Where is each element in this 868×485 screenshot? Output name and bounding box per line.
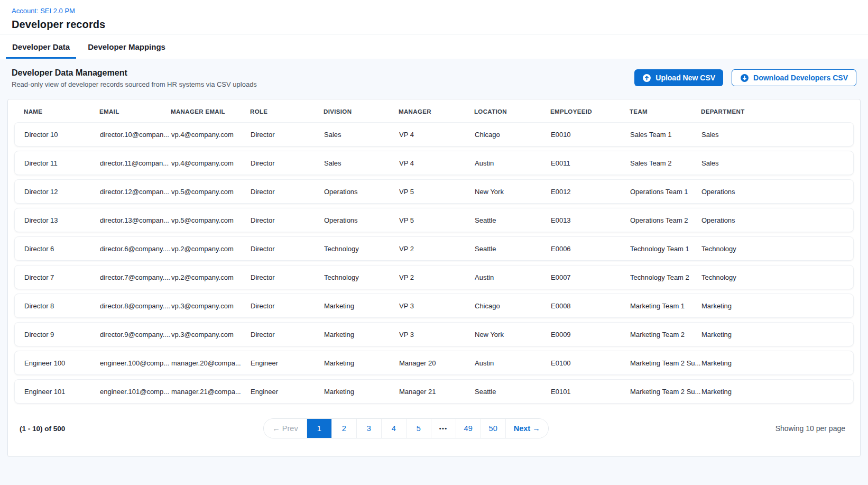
cell-email: director.11@compan... bbox=[100, 159, 171, 167]
cell-manager: VP 3 bbox=[399, 331, 475, 338]
cell-team: Technology Team 1 bbox=[630, 245, 701, 253]
tab-developer-mappings[interactable]: Developer Mappings bbox=[81, 34, 172, 59]
cell-division: Technology bbox=[324, 273, 399, 281]
section-subtitle: Read-only view of developer records sour… bbox=[12, 80, 257, 88]
pagination-page-49[interactable]: 49 bbox=[456, 419, 481, 438]
cell-location: Austin bbox=[475, 273, 551, 281]
cell-division: Sales bbox=[324, 159, 399, 167]
cell-department: Operations bbox=[701, 216, 853, 224]
table-row[interactable]: Director 11director.11@compan...vp.4@com… bbox=[14, 151, 854, 175]
cell-division: Marketing bbox=[324, 359, 399, 367]
table-footer: (1 - 10) of 500 ← Prev12345•••4950Next →… bbox=[14, 404, 854, 456]
pagination-page-50[interactable]: 50 bbox=[481, 419, 506, 438]
cell-role: Engineer bbox=[251, 359, 324, 367]
cell-name: Director 9 bbox=[24, 331, 100, 338]
tab-bar: Developer Data Developer Mappings bbox=[0, 34, 868, 59]
cell-department: Operations bbox=[701, 188, 853, 196]
pagination: ← Prev12345•••4950Next → bbox=[263, 418, 548, 438]
section-header: Developer Data Management Read-only view… bbox=[7, 66, 861, 99]
pagination-ellipsis[interactable]: ••• bbox=[431, 419, 456, 438]
column-header-manager: MANAGER bbox=[399, 108, 474, 115]
cell-role: Director bbox=[251, 131, 324, 139]
cell-department: Technology bbox=[701, 273, 853, 281]
table-row[interactable]: Director 13director.13@compan...vp.5@com… bbox=[14, 208, 854, 232]
cell-manager-email: vp.4@company.com bbox=[171, 159, 251, 167]
cell-role: Director bbox=[251, 273, 324, 281]
cell-team: Operations Team 2 bbox=[630, 216, 701, 224]
cell-email: director.13@compan... bbox=[100, 216, 171, 224]
pagination-page-4[interactable]: 4 bbox=[382, 419, 407, 438]
cell-employeeid: E0011 bbox=[551, 159, 630, 167]
cell-location: Seattle bbox=[475, 388, 551, 396]
section-titles: Developer Data Management Read-only view… bbox=[12, 68, 257, 88]
cell-location: Seattle bbox=[475, 216, 551, 224]
cell-department: Sales bbox=[701, 131, 853, 139]
download-circle-icon bbox=[740, 74, 749, 83]
cell-name: Director 11 bbox=[24, 159, 100, 167]
cell-employeeid: E0012 bbox=[551, 188, 630, 196]
cell-team: Marketing Team 1 bbox=[630, 302, 701, 310]
pagination-page-5[interactable]: 5 bbox=[407, 419, 431, 438]
download-developers-csv-button[interactable]: Download Developers CSV bbox=[732, 69, 856, 86]
table-row[interactable]: Director 9director.9@company....vp.3@com… bbox=[14, 322, 854, 346]
pagination-page-1[interactable]: 1 bbox=[307, 419, 332, 438]
table-header-row: NAMEEMAILMANAGER EMAILROLEDIVISIONMANAGE… bbox=[14, 99, 854, 122]
table-row[interactable]: Engineer 100engineer.100@comp...manager.… bbox=[14, 351, 854, 375]
column-header-role: ROLE bbox=[250, 108, 324, 115]
column-header-manager-email: MANAGER EMAIL bbox=[171, 108, 250, 115]
cell-role: Director bbox=[251, 331, 324, 338]
table-row[interactable]: Director 10director.10@compan...vp.4@com… bbox=[14, 122, 854, 147]
upload-new-csv-button[interactable]: Upload New CSV bbox=[634, 69, 723, 86]
table-row[interactable]: Director 8director.8@company....vp.3@com… bbox=[14, 294, 854, 318]
tab-developer-data[interactable]: Developer Data bbox=[6, 34, 76, 59]
cell-manager-email: manager.21@compa... bbox=[171, 388, 251, 396]
cell-division: Marketing bbox=[324, 302, 399, 310]
cell-manager-email: vp.5@company.com bbox=[171, 216, 251, 224]
cell-employeeid: E0008 bbox=[551, 302, 630, 310]
pagination-page-2[interactable]: 2 bbox=[332, 419, 357, 438]
cell-division: Sales bbox=[324, 131, 399, 139]
table-row[interactable]: Engineer 101engineer.101@comp...manager.… bbox=[14, 379, 854, 404]
cell-manager: VP 2 bbox=[399, 245, 475, 253]
cell-location: Chicago bbox=[475, 131, 551, 139]
cell-email: director.12@compan... bbox=[100, 188, 171, 196]
developer-table-card: NAMEEMAILMANAGER EMAILROLEDIVISIONMANAGE… bbox=[7, 99, 861, 457]
table-row[interactable]: Director 7director.7@company....vp.2@com… bbox=[14, 265, 854, 289]
cell-manager-email: vp.5@company.com bbox=[171, 188, 251, 196]
cell-location: Austin bbox=[475, 159, 551, 167]
cell-email: director.6@company.... bbox=[100, 245, 171, 253]
upload-button-label: Upload New CSV bbox=[655, 74, 715, 81]
table-body: Director 10director.10@compan...vp.4@com… bbox=[14, 122, 854, 404]
cell-department: Technology bbox=[701, 245, 853, 253]
cell-team: Technology Team 2 bbox=[630, 273, 701, 281]
cell-email: director.8@company.... bbox=[100, 302, 171, 310]
cell-employeeid: E0101 bbox=[551, 388, 630, 396]
cell-email: engineer.101@comp... bbox=[100, 388, 171, 396]
table-row[interactable]: Director 12director.12@compan...vp.5@com… bbox=[14, 179, 854, 204]
cell-location: Austin bbox=[475, 359, 551, 367]
column-header-department: DEPARTMENT bbox=[701, 108, 851, 115]
column-header-name: NAME bbox=[24, 108, 99, 115]
pagination-next-button[interactable]: Next → bbox=[506, 419, 548, 438]
pagination-prev-button[interactable]: ← Prev bbox=[264, 419, 307, 438]
cell-manager: VP 4 bbox=[399, 131, 475, 139]
cell-department: Marketing bbox=[701, 302, 853, 310]
cell-team: Marketing Team 2 bbox=[630, 331, 701, 338]
cell-name: Engineer 101 bbox=[24, 388, 100, 396]
cell-division: Marketing bbox=[324, 331, 399, 338]
cell-division: Operations bbox=[324, 216, 399, 224]
cell-manager: VP 5 bbox=[399, 188, 475, 196]
cell-division: Technology bbox=[324, 245, 399, 253]
cell-name: Director 12 bbox=[24, 188, 100, 196]
pagination-page-3[interactable]: 3 bbox=[357, 419, 382, 438]
header-actions: Upload New CSV Download Developers CSV bbox=[634, 68, 856, 86]
table-row[interactable]: Director 6director.6@company....vp.2@com… bbox=[14, 236, 854, 261]
cell-team: Sales Team 1 bbox=[630, 131, 701, 139]
account-breadcrumb[interactable]: Account: SEI 2.0 PM bbox=[12, 7, 75, 15]
cell-department: Marketing bbox=[701, 359, 853, 367]
cell-name: Engineer 100 bbox=[24, 359, 100, 367]
cell-email: director.7@company.... bbox=[100, 273, 171, 281]
cell-department: Marketing bbox=[701, 388, 853, 396]
page-title: Developer records bbox=[12, 19, 856, 31]
column-header-team: TEAM bbox=[630, 108, 701, 115]
